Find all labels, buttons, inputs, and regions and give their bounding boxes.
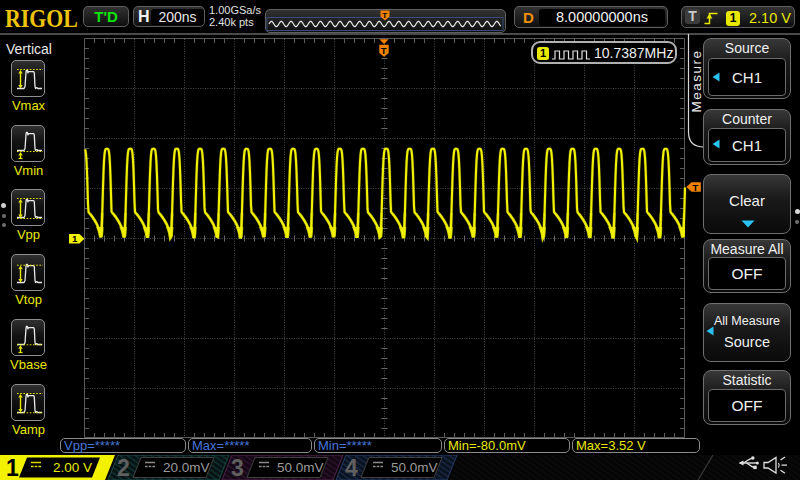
svg-text:50.0mV: 50.0mV: [391, 460, 438, 475]
svg-text:50.0mV: 50.0mV: [277, 460, 324, 475]
svg-text:T: T: [382, 11, 387, 20]
svg-text:1: 1: [72, 233, 78, 244]
svg-text:20.0mV: 20.0mV: [163, 460, 210, 475]
svg-text:2: 2: [117, 455, 130, 480]
svg-text:T: T: [693, 182, 699, 193]
svg-text:T: T: [381, 45, 387, 56]
svg-text:4: 4: [345, 455, 358, 480]
svg-text:3: 3: [231, 455, 244, 480]
svg-text:1: 1: [6, 455, 19, 480]
svg-text:2.00 V: 2.00 V: [53, 460, 92, 475]
